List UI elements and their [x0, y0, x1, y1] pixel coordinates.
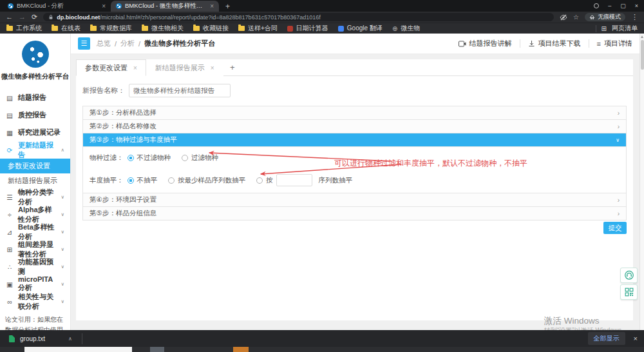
bookmark-folder[interactable]: 常规数据库: [90, 24, 132, 33]
breadcrumb-analysis[interactable]: 分析: [120, 39, 135, 48]
radio-min-sample-flatten[interactable]: 按最少样品序列数抽平: [168, 176, 245, 185]
bookmark-star-icon[interactable]: ☆: [573, 14, 579, 21]
radio-unchecked-icon[interactable]: [256, 177, 263, 184]
sidebar-item-label: Beta多样性分析: [18, 222, 57, 242]
url-domain: dp.biocloud.net: [57, 14, 100, 21]
sequence-count-input[interactable]: [276, 174, 312, 186]
customer-service-button[interactable]: [620, 268, 638, 283]
refresh-icon[interactable]: ⟳: [32, 14, 37, 21]
settings-card: 参数更改设置 × 新结题报告展示 × + 新报告名称： 第①步：分析样品选择 ›: [76, 59, 633, 320]
link-icon: ∞: [6, 298, 14, 306]
browser-menu-icon[interactable]: ⋮: [631, 14, 638, 21]
page-scrollbar[interactable]: [639, 34, 644, 330]
folder-icon: [238, 26, 245, 31]
download-bar-right: 全部显示 ×: [588, 332, 644, 345]
close-download-bar-icon[interactable]: ×: [634, 335, 638, 342]
option-suffix: 序列数抽平: [319, 176, 353, 185]
radio-no-flatten[interactable]: 不抽平: [128, 176, 158, 185]
sidebar-item-label: Alpha多样性分析: [18, 205, 57, 224]
submit-button[interactable]: 提交: [603, 222, 627, 234]
bookmark-microbe[interactable]: ⊕微生物: [392, 24, 420, 33]
breadcrumb-overview[interactable]: 总览: [97, 39, 111, 48]
step-3-panel: 物种过滤： 不过滤物种 过滤物种 丰度抽平：: [83, 147, 626, 193]
step-1-header[interactable]: 第①步：分析样品选择 ›: [83, 106, 626, 120]
report-explain-button[interactable]: 结题报告讲解: [459, 39, 512, 48]
taskbar-app-icon[interactable]: [150, 347, 164, 352]
scroll-up-arrow[interactable]: [641, 35, 643, 38]
sidebar-item-group-difference[interactable]: ⊞ 组间差异显著性分析 ∨: [0, 240, 70, 258]
sidebar-item-beta[interactable]: ⊿ Beta多样性分析 ∨: [0, 223, 70, 240]
forward-icon[interactable]: →: [19, 14, 26, 21]
main-content: 参数更改设置 × 新结题报告展示 × + 新报告名称： 第①步：分析样品选择 ›: [71, 54, 639, 330]
bookmark-folder[interactable]: 收藏链接: [193, 24, 229, 33]
radio-custom-flatten[interactable]: 按 序列数抽平: [256, 174, 352, 186]
step-3-header[interactable]: 第③步：物种过滤与丰度抽平 ∨: [83, 133, 626, 147]
tab-close-icon[interactable]: ×: [102, 3, 106, 10]
browser-tab-microbial[interactable]: BMKCloud - 微生物多样性分析 ×: [111, 1, 219, 12]
back-icon[interactable]: ←: [6, 14, 13, 21]
bookmark-folder[interactable]: 工作系统: [6, 24, 42, 33]
sidebar-item-gene-prediction[interactable]: ∴ 功能基因预测 ∨: [0, 258, 70, 275]
step-4-header[interactable]: 第④步：环境因子设置 ›: [83, 193, 626, 207]
sidebar-item-progress[interactable]: ▦ 研究进展记录: [0, 124, 70, 141]
result-download-button[interactable]: 项目结果下载: [528, 39, 581, 48]
action-label: 项目详情: [604, 39, 632, 48]
taskbar-app-icon[interactable]: [233, 347, 249, 352]
sidebar-item-taxonomy[interactable]: ☰ 物种分类学分析 ∨: [0, 188, 70, 206]
radio-checked-icon[interactable]: [128, 155, 134, 161]
sidebar-item-micropita[interactable]: ▣ microPITA分析 ∨: [0, 275, 70, 293]
sidebar-subitem-parameter-settings[interactable]: 参数更改设置: [0, 159, 70, 173]
incognito-label: 无痕模式: [598, 13, 621, 21]
bookmark-folder[interactable]: 微生物相关: [142, 24, 184, 33]
bookmarks-right[interactable]: ⊞ 网页清单: [596, 24, 638, 33]
radio-unchecked-icon[interactable]: [182, 155, 188, 161]
sidebar-item-report[interactable]: ▤ 结题报告: [0, 89, 70, 106]
tab-close-icon[interactable]: ×: [210, 3, 214, 10]
divider: [596, 25, 596, 32]
tab-title: BMKCloud - 微生物多样性分析: [125, 2, 207, 10]
downloaded-file-chip[interactable]: group.txt ∧: [9, 335, 72, 342]
show-all-button[interactable]: 全部显示: [588, 332, 625, 345]
close-icon[interactable]: ×: [211, 64, 214, 72]
report-name-input[interactable]: [129, 84, 231, 97]
close-icon[interactable]: ×: [133, 64, 137, 72]
new-tab-button[interactable]: +: [219, 1, 236, 12]
taskbar-search-field[interactable]: [24, 347, 132, 352]
eye-off-icon[interactable]: [560, 14, 567, 21]
tab-new-report-display[interactable]: 新结题报告展示 ×: [146, 59, 223, 76]
subitem-label: 新结题报告展示: [8, 176, 57, 186]
close-window-button[interactable]: ×: [635, 3, 638, 9]
minimize-button[interactable]: –: [608, 3, 611, 9]
radio-no-filter[interactable]: 不过滤物种: [128, 153, 171, 162]
sidebar-item-update-report[interactable]: ⟳ 更新结题报告 ∧: [0, 141, 70, 159]
qr-code-button[interactable]: [620, 284, 638, 300]
address-bar[interactable]: dp.biocloud.net/microbial.html#/zh/perso…: [43, 13, 554, 21]
step-5-header[interactable]: 第⑤步：样品分组信息 ›: [83, 207, 626, 220]
add-tab-button[interactable]: +: [223, 59, 242, 75]
radio-filter-species[interactable]: 过滤物种: [182, 153, 218, 162]
bookmark-date-calculator[interactable]: 日期计算器: [287, 24, 328, 33]
browser-tab-analysis[interactable]: BMKCloud - 分析 ×: [3, 1, 111, 12]
subitem-label: 参数更改设置: [8, 161, 50, 171]
tab-parameter-settings[interactable]: 参数更改设置 ×: [76, 59, 146, 76]
bookmark-google-translate[interactable]: Google 翻译: [338, 24, 383, 33]
sidebar-subitem-new-report-display[interactable]: 新结题报告展示: [0, 173, 70, 188]
chevron-right-icon: ›: [618, 210, 620, 217]
chevron-right-icon: ›: [618, 197, 620, 204]
species-filter-label: 物种过滤：: [90, 153, 124, 162]
step-2-header[interactable]: 第②步：样品名称修改 ›: [83, 120, 626, 133]
bookmark-folder[interactable]: 送样+合同: [238, 24, 278, 33]
project-detail-button[interactable]: ≡ 项目详情: [597, 39, 632, 48]
scrollbar-thumb[interactable]: [641, 40, 644, 70]
maximize-button[interactable]: ▢: [620, 3, 626, 9]
sidebar-item-alpha[interactable]: ÷ Alpha多样性分析 ∨: [0, 206, 70, 223]
menu-toggle-button[interactable]: ☰: [78, 37, 90, 50]
radio-checked-icon[interactable]: [128, 177, 134, 184]
sidebar-item-qc-report[interactable]: ▤ 质控报告: [0, 106, 70, 124]
bookmark-folder[interactable]: 在线表: [52, 24, 80, 33]
chevron-up-icon[interactable]: ∧: [68, 336, 72, 342]
sidebar-item-correlation[interactable]: ∞ 相关性与关联分析 ∨: [0, 293, 70, 310]
radio-unchecked-icon[interactable]: [168, 177, 175, 184]
lock-icon: [48, 14, 53, 20]
action-label: 结题报告讲解: [469, 39, 512, 48]
